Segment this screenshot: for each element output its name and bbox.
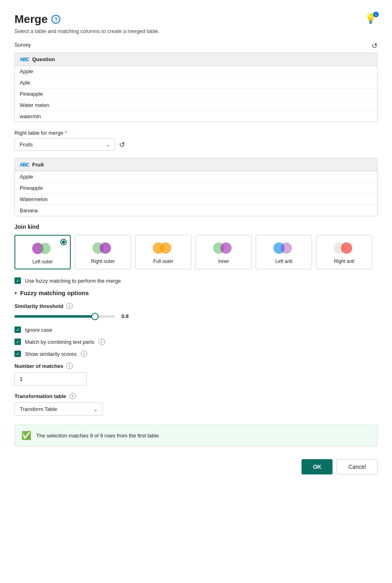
selected-dot-inner bbox=[62, 240, 65, 244]
table-row[interactable]: Apple bbox=[15, 66, 377, 77]
fuzzy-options-header[interactable]: ▾ Fuzzy matching options bbox=[14, 289, 378, 296]
fuzzy-matching-row[interactable]: ✓ Use fuzzy matching to perform the merg… bbox=[14, 277, 378, 284]
join-label-left-outer: Left outer bbox=[33, 259, 53, 265]
status-check-icon: ✅ bbox=[21, 431, 31, 440]
venn-full-outer bbox=[153, 241, 174, 255]
join-option-full-outer[interactable]: Full outer bbox=[135, 235, 191, 269]
venn-circle-right bbox=[160, 242, 171, 254]
show-similarity-row[interactable]: ✓ Show similarity scores i bbox=[14, 351, 378, 357]
right-table-dropdown[interactable]: Fruits ⌄ bbox=[14, 138, 115, 151]
show-similarity-checkbox[interactable]: ✓ bbox=[14, 351, 21, 357]
join-label-inner: Inner bbox=[218, 259, 229, 264]
similarity-threshold-label: Similarity threshold bbox=[14, 303, 63, 309]
slider-fill bbox=[14, 315, 95, 318]
fruits-col-icon: ABC bbox=[20, 162, 29, 168]
similarity-threshold-section: Similarity threshold i 0.8 bbox=[14, 303, 378, 319]
match-combining-info-icon[interactable]: i bbox=[99, 339, 105, 345]
transformation-table-section: Transformation table i Transform Table ⌄ bbox=[14, 393, 378, 416]
table-row[interactable]: Pineapple bbox=[15, 88, 377, 100]
join-label-right-outer: Right outer bbox=[91, 259, 115, 264]
venn-inner bbox=[213, 241, 234, 255]
fuzzy-matching-label: Use fuzzy matching to perform the merge bbox=[25, 278, 121, 284]
table-row[interactable]: Apple bbox=[15, 171, 377, 183]
ok-button[interactable]: OK bbox=[302, 459, 332, 474]
table-row[interactable]: watermln bbox=[15, 111, 377, 122]
match-combining-checkbox[interactable]: ✓ bbox=[14, 339, 21, 345]
venn-circle-right bbox=[341, 242, 352, 254]
footer-buttons: OK Cancel bbox=[14, 459, 378, 474]
number-of-matches-label: Number of matches bbox=[14, 363, 63, 369]
title-area: Merge ? bbox=[14, 13, 60, 26]
transformation-table-label-row: Transformation table i bbox=[14, 393, 378, 399]
survey-table-header: ABC Question bbox=[15, 53, 377, 66]
similarity-info-icon[interactable]: i bbox=[66, 303, 73, 309]
slider-track[interactable] bbox=[14, 315, 115, 318]
fruits-col-header: Fruit bbox=[32, 162, 44, 168]
right-table-label: Right table for merge * bbox=[14, 130, 67, 136]
survey-table: ABC Question Apple Aple Pineapple Water … bbox=[14, 53, 378, 122]
ignore-case-row[interactable]: ✓ Ignore case bbox=[14, 326, 378, 333]
collapse-icon: ▾ bbox=[14, 290, 17, 296]
fuzzy-options-title: Fuzzy matching options bbox=[20, 289, 89, 296]
table-row[interactable]: Water melon bbox=[15, 100, 377, 111]
transformation-table-info-icon[interactable]: i bbox=[70, 393, 76, 399]
number-of-matches-info-icon[interactable]: i bbox=[66, 363, 73, 369]
fruits-table-header: ABC Fruit bbox=[15, 158, 377, 171]
venn-left-outer bbox=[32, 241, 53, 256]
dropdown-arrow-icon: ⌄ bbox=[106, 142, 110, 148]
venn-circle-right bbox=[220, 242, 232, 254]
survey-section-row: Survey ↺ bbox=[14, 41, 378, 50]
right-table-selected: Fruits bbox=[20, 142, 33, 148]
table-row[interactable]: Aple bbox=[15, 77, 377, 88]
check-icon: ✓ bbox=[16, 352, 20, 356]
help-icon[interactable]: ? bbox=[51, 15, 60, 24]
join-option-left-outer[interactable]: Left outer bbox=[14, 235, 71, 269]
page-subtitle: Select a table and matching columns to c… bbox=[14, 28, 378, 34]
fruits-refresh-icon[interactable]: ↺ bbox=[119, 140, 125, 149]
join-options: Left outer Right outer Full outer Inner … bbox=[14, 235, 378, 269]
table-row[interactable]: Pineapple bbox=[15, 183, 377, 194]
number-of-matches-label-row: Number of matches i bbox=[14, 363, 378, 369]
show-similarity-label: Show similarity scores bbox=[25, 351, 77, 357]
join-label-right-anti: Right anti bbox=[334, 259, 355, 264]
number-of-matches-input[interactable] bbox=[14, 372, 87, 386]
required-star: * bbox=[65, 130, 67, 136]
survey-table-label: Survey bbox=[14, 42, 31, 48]
fruits-table: ABC Fruit Apple Pineapple Watermelon Ban… bbox=[14, 158, 378, 216]
check-icon: ✓ bbox=[16, 328, 20, 332]
table-row[interactable]: Watermelon bbox=[15, 194, 377, 205]
check-icon: ✓ bbox=[16, 279, 20, 283]
venn-circle-right bbox=[100, 242, 111, 254]
fruits-table-scroll[interactable]: Apple Pineapple Watermelon Banana bbox=[15, 171, 377, 216]
join-option-inner[interactable]: Inner bbox=[195, 235, 252, 269]
fuzzy-matching-checkbox[interactable]: ✓ bbox=[14, 277, 21, 284]
venn-circle-right bbox=[39, 243, 51, 254]
slider-value: 0.8 bbox=[121, 313, 129, 319]
join-label-full-outer: Full outer bbox=[153, 259, 173, 264]
join-option-right-anti[interactable]: Right anti bbox=[316, 235, 372, 269]
transformation-table-dropdown[interactable]: Transform Table ⌄ bbox=[14, 402, 103, 416]
join-option-right-outer[interactable]: Right outer bbox=[75, 235, 131, 269]
header: Merge ? 💡 1 bbox=[14, 13, 378, 26]
survey-col-header: Question bbox=[32, 56, 55, 62]
transform-dropdown-arrow-icon: ⌄ bbox=[94, 406, 98, 412]
page-title: Merge bbox=[14, 13, 47, 26]
number-of-matches-section: Number of matches i bbox=[14, 363, 378, 386]
join-option-left-anti[interactable]: Left anti bbox=[256, 235, 312, 269]
slider-thumb[interactable] bbox=[91, 313, 99, 320]
survey-refresh-icon[interactable]: ↺ bbox=[371, 41, 378, 50]
table-row[interactable]: Banana bbox=[15, 205, 377, 216]
check-icon: ✓ bbox=[16, 340, 20, 344]
ignore-case-label: Ignore case bbox=[25, 327, 52, 333]
match-combining-row[interactable]: ✓ Match by combining text parts i bbox=[14, 339, 378, 345]
bulb-badge: 1 bbox=[373, 12, 379, 17]
bulb-icon-button[interactable]: 💡 1 bbox=[365, 13, 378, 26]
ignore-case-checkbox[interactable]: ✓ bbox=[14, 326, 21, 333]
survey-table-scroll[interactable]: Apple Aple Pineapple Water melon waterml… bbox=[15, 66, 377, 122]
transformation-table-label: Transformation table bbox=[14, 393, 66, 399]
right-table-dropdown-wrapper: Fruits ⌄ ↺ bbox=[14, 138, 378, 151]
transformation-table-selected: Transform Table bbox=[20, 406, 57, 412]
cancel-button[interactable]: Cancel bbox=[337, 459, 378, 474]
venn-circle-right bbox=[281, 242, 292, 254]
show-similarity-info-icon[interactable]: i bbox=[81, 351, 87, 357]
